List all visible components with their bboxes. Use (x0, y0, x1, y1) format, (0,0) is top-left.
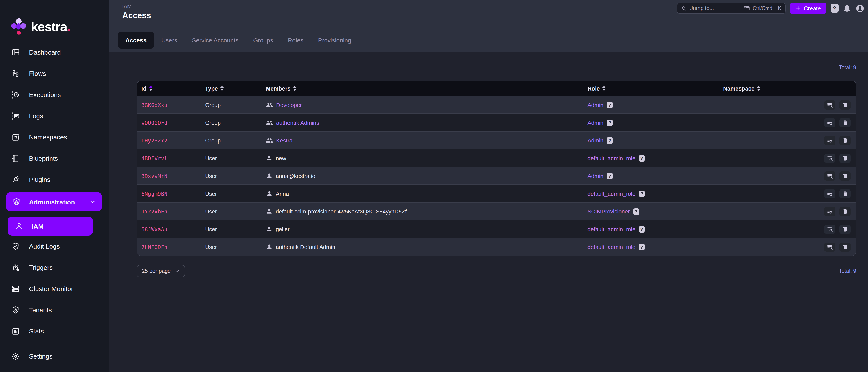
row-details-button[interactable] (824, 118, 835, 127)
role-link[interactable]: default_admin_role (587, 226, 636, 232)
sidebar-item-iam[interactable]: IAM (8, 216, 93, 236)
sidebar-item-executions[interactable]: Executions (0, 84, 109, 105)
sidebar-item-tenants[interactable]: Tenants (0, 299, 109, 320)
sidebar-item-administration[interactable]: Administration (6, 192, 102, 211)
sidebar-item-dashboard[interactable]: Dashboard (0, 41, 109, 63)
create-button[interactable]: Create (790, 3, 826, 14)
row-details-button[interactable] (824, 100, 835, 109)
member-link[interactable]: default-scim-provisioner-4w5KcAt3Q8ClS84… (276, 208, 407, 214)
sidebar-item-plugins[interactable]: Plugins (0, 169, 109, 190)
row-delete-button[interactable] (839, 242, 851, 251)
role-link[interactable]: Admin (587, 173, 603, 179)
user-menu-button[interactable] (856, 4, 865, 13)
role-link[interactable]: Admin (587, 119, 603, 126)
row-id-link[interactable]: 4BDFVrvl (141, 155, 205, 161)
row-delete-button[interactable] (839, 136, 851, 145)
notifications-button[interactable] (843, 4, 851, 12)
table-row: 3GKGdXxu Group Developer Admin ? (137, 96, 856, 113)
row-details-button[interactable] (824, 207, 835, 216)
jump-to-search[interactable]: Ctrl/Cmd + K (677, 3, 786, 14)
role-link[interactable]: default_admin_role (587, 190, 636, 197)
tab-users[interactable]: Users (154, 32, 184, 48)
sidebar-item-namespaces[interactable]: Namespaces (0, 127, 109, 148)
row-details-button[interactable] (824, 171, 835, 180)
row-id-link[interactable]: 3GKGdXxu (141, 102, 205, 108)
breadcrumb[interactable]: IAM (122, 3, 151, 9)
row-id-link[interactable]: 58JWxaAu (141, 226, 205, 232)
help-badge: ? (607, 119, 613, 126)
row-details-button[interactable] (824, 189, 835, 198)
kestra-logo[interactable]: kestra. (0, 0, 109, 41)
role-link[interactable]: SCIMProvisioner (587, 208, 630, 214)
member-link[interactable]: anna@kestra.io (276, 173, 315, 179)
trash-icon (842, 155, 848, 161)
row-delete-button[interactable] (839, 154, 851, 163)
sidebar-item-cluster-monitor[interactable]: Cluster Monitor (0, 278, 109, 299)
sort-icon[interactable] (293, 86, 297, 91)
row-actions (824, 189, 856, 198)
member-link[interactable]: authentik Admins (276, 119, 319, 126)
trash-icon (842, 137, 848, 143)
column-header-namespace[interactable]: Namespace (723, 85, 817, 92)
member-link[interactable]: Anna (276, 190, 289, 197)
sidebar-item-flows[interactable]: Flows (0, 63, 109, 84)
row-delete-button[interactable] (839, 225, 851, 234)
sidebar-item-blueprints[interactable]: Blueprints (0, 148, 109, 169)
tab-roles[interactable]: Roles (281, 32, 311, 48)
sidebar-item-triggers[interactable]: Triggers (0, 257, 109, 278)
column-header-id[interactable]: Id (141, 85, 205, 92)
row-delete-button[interactable] (839, 100, 851, 109)
account-group-icon (266, 101, 273, 108)
member-link[interactable]: geller (276, 226, 290, 232)
help-icon[interactable]: ? (831, 4, 839, 12)
column-header-type[interactable]: Type (205, 85, 266, 92)
row-id-link[interactable]: 6Nggm9BN (141, 190, 205, 197)
row-delete-button[interactable] (839, 207, 851, 216)
sidebar-item-audit-logs[interactable]: Audit Logs (0, 236, 109, 257)
row-details-button[interactable] (824, 154, 835, 163)
per-page-select[interactable]: 25 per page (136, 265, 185, 277)
account-icon (266, 190, 273, 197)
row-delete-button[interactable] (839, 171, 851, 180)
row-id-link[interactable]: LHy23ZY2 (141, 137, 205, 143)
sort-icon[interactable] (149, 86, 152, 91)
row-id-link[interactable]: 3DxvvMrN (141, 173, 205, 179)
tab-provisioning[interactable]: Provisioning (311, 32, 359, 48)
total-count-bottom: Total: 9 (839, 268, 856, 274)
row-id-link[interactable]: vOQO0OFd (141, 119, 205, 126)
role-link[interactable]: default_admin_role (587, 244, 636, 250)
row-details-button[interactable] (824, 242, 835, 251)
role-link[interactable]: default_admin_role (587, 155, 636, 161)
table-row: 3DxvvMrN User anna@kestra.io Admin ? (137, 167, 856, 184)
tab-access[interactable]: Access (118, 32, 154, 48)
column-header-role[interactable]: Role (587, 85, 723, 92)
sidebar-item-settings[interactable]: Settings (0, 346, 109, 367)
role-link[interactable]: Admin (587, 137, 603, 143)
sort-icon[interactable] (602, 86, 606, 91)
row-delete-button[interactable] (839, 189, 851, 198)
row-delete-button[interactable] (839, 118, 851, 127)
jump-to-input[interactable] (689, 5, 736, 12)
tab-groups[interactable]: Groups (246, 32, 281, 48)
row-role: Admin ? (587, 137, 723, 143)
member-link[interactable]: new (276, 155, 286, 161)
member-link[interactable]: Developer (276, 102, 302, 108)
member-link[interactable]: authentik Default Admin (276, 244, 335, 250)
column-header-members[interactable]: Members (266, 85, 587, 92)
tab-service-accounts[interactable]: Service Accounts (184, 32, 246, 48)
help-badge: ? (607, 102, 613, 108)
content-area: Total: 9 Id Type Members Role Namespace … (109, 53, 868, 372)
sidebar-item-stats[interactable]: Stats (0, 320, 109, 342)
row-id-link[interactable]: 7LNE0DFh (141, 244, 205, 250)
role-link[interactable]: Admin (587, 102, 603, 108)
row-details-button[interactable] (824, 225, 835, 234)
text-search-icon (827, 137, 833, 143)
row-id-link[interactable]: 1YrVxbEh (141, 208, 205, 214)
row-type: Group (205, 137, 266, 143)
member-link[interactable]: Kestra (276, 137, 292, 143)
row-details-button[interactable] (824, 136, 835, 145)
timeline-text-icon (11, 111, 20, 120)
sidebar-item-logs[interactable]: Logs (0, 105, 109, 127)
sort-icon[interactable] (220, 86, 224, 91)
sort-icon[interactable] (757, 86, 761, 91)
